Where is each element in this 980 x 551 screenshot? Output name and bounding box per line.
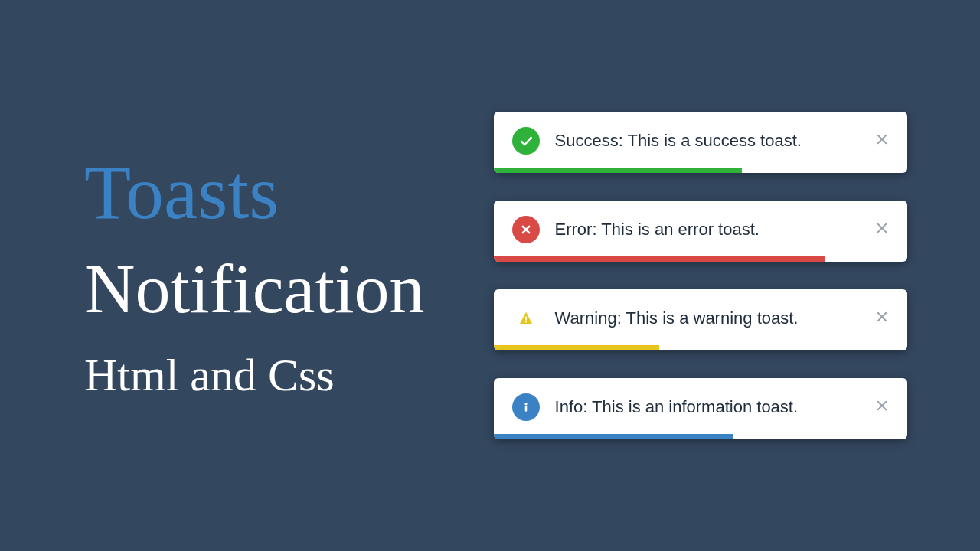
title-block: Toasts Notification Html and Css <box>0 151 448 399</box>
warning-triangle-icon <box>512 305 540 332</box>
toast-progress <box>494 256 825 262</box>
title-line-2: Notification <box>84 250 425 328</box>
close-button[interactable] <box>875 399 889 416</box>
toast-progress <box>494 168 742 173</box>
toast-error: Error: This is an error toast. <box>494 201 907 262</box>
toast-message: Info: This is an information toast. <box>555 397 860 417</box>
svg-rect-7 <box>525 321 527 323</box>
toast-message: Success: This is a success toast. <box>555 131 860 151</box>
toast-info: Info: This is an information toast. <box>494 378 907 439</box>
svg-point-10 <box>524 403 527 405</box>
toast-progress <box>494 434 733 439</box>
toast-stack: Success: This is a success toast. Error:… <box>448 112 980 439</box>
close-button[interactable] <box>875 310 889 327</box>
svg-rect-6 <box>525 317 527 321</box>
toast-message: Warning: This is a warning toast. <box>555 308 860 328</box>
title-line-1: Toasts <box>84 151 425 235</box>
toast-warning: Warning: This is a warning toast. <box>494 289 907 350</box>
info-circle-icon <box>512 393 540 421</box>
toast-message: Error: This is an error toast. <box>555 220 860 240</box>
title-line-3: Html and Css <box>84 350 425 400</box>
check-circle-icon <box>512 127 540 155</box>
close-button[interactable] <box>875 221 889 238</box>
x-circle-icon <box>512 216 540 243</box>
toast-success: Success: This is a success toast. <box>494 112 907 173</box>
svg-rect-11 <box>524 406 527 412</box>
toast-progress <box>494 345 659 350</box>
close-button[interactable] <box>875 132 889 149</box>
